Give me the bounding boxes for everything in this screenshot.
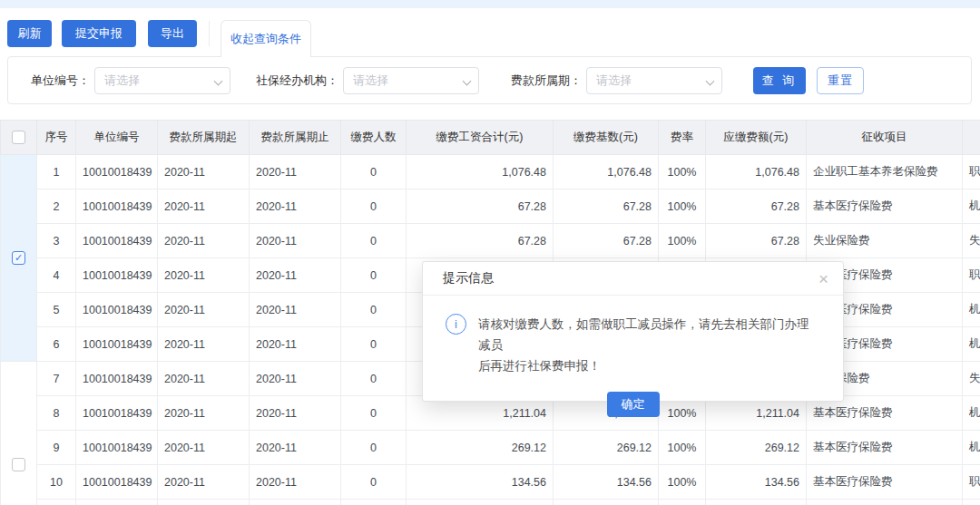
cell-item: 失业保险费 (807, 224, 963, 258)
close-icon[interactable]: × (818, 270, 828, 287)
cell-rate: 100% (659, 155, 706, 189)
cell-count: 0 (341, 224, 407, 258)
cell-count: 0 (341, 431, 407, 465)
cell-start: 2020-11 (158, 327, 250, 362)
cell-unit: 10010018439 (76, 362, 158, 396)
cell-end: 2020-11 (250, 327, 341, 362)
column-header: 征收项目 (807, 121, 963, 155)
table-row: 10100100184392020-112020-110134.56134.56… (1, 465, 980, 500)
unit-number-placeholder: 请选择 (104, 73, 140, 89)
cell-start: 2020-11 (158, 155, 250, 189)
cell-count (341, 500, 407, 505)
cell-no: 4 (37, 258, 76, 293)
cell-start: 2020-11 (158, 258, 250, 293)
cell-rate: 100% (659, 189, 706, 224)
cell-wage: 67.28 (407, 189, 554, 224)
cell-no: 3 (37, 224, 76, 258)
cell-amount: 269.12 (706, 431, 807, 465)
cell-no: 2 (37, 189, 76, 224)
cell-no: 1 (37, 155, 76, 189)
cell-count: 0 (341, 258, 407, 293)
cell-amount: 1,076.48 (706, 155, 807, 189)
top-strip (0, 0, 980, 8)
cell-base: 67.28 (554, 189, 659, 224)
cell-start: 2020-11 (158, 224, 250, 258)
cell-count: 0 (341, 293, 407, 327)
cell-unit: 10010018439 (76, 431, 158, 465)
cell-rate: 100% (659, 431, 706, 465)
cell-wage: 67.28 (407, 224, 554, 258)
cell-end: 2020-11 (250, 293, 341, 327)
cell-end: 2020-11 (250, 189, 341, 224)
row-group-checkbox[interactable]: ✓ (12, 251, 25, 265)
fee-period-label: 费款所属期： (511, 73, 582, 89)
column-header: 缴费工资合计(元) (407, 121, 554, 155)
fee-period-placeholder: 请选择 (596, 73, 632, 89)
cell-type: 职工 (963, 258, 980, 293)
cell-type: 职工 (963, 155, 980, 189)
cell-unit: 10010018439 (76, 396, 158, 431)
cell-no: 6 (37, 327, 76, 362)
toolbar-divider (209, 21, 210, 46)
toolbar: 刷新 提交申报 导出 收起查询条件 (7, 20, 311, 57)
cell-item (807, 500, 963, 505)
refresh-button[interactable]: 刷新 (7, 20, 52, 47)
fee-period-select[interactable]: 请选择 (586, 67, 722, 94)
select-all-checkbox[interactable] (12, 131, 25, 144)
cell-no: 10 (37, 465, 76, 500)
cell-type: 失业 (963, 362, 980, 396)
cell-type: 职工 (963, 465, 980, 500)
reset-button[interactable]: 重置 (817, 67, 864, 94)
cell-amount: 67.28 (706, 224, 807, 258)
cell-count: 0 (341, 327, 407, 362)
cell-type: 机关 (963, 293, 980, 327)
cell-base: 1,076.48 (554, 155, 659, 189)
cell-amount: 134.56 (706, 465, 807, 500)
prompt-modal: 提示信息 × i 请核对缴费人数，如需做职工减员操作，请先去相关部门办理减员 后… (422, 261, 844, 402)
cell-unit: 10010018439 (76, 224, 158, 258)
row-group-checkbox[interactable] (12, 458, 25, 471)
table-row: 3100100184392020-112020-11067.2867.28100… (1, 224, 980, 258)
cell-base: 67.28 (554, 224, 659, 258)
column-header (963, 121, 980, 155)
table-row: ✓1100100184392020-112020-1101,076.481,07… (1, 155, 980, 189)
cell-end: 2020-11 (250, 396, 341, 431)
query-button[interactable]: 查 询 (753, 67, 806, 94)
modal-message: 请核对缴费人数，如需做职工减员操作，请先去相关部门办理减员 后再进行社保费申报！ (478, 314, 818, 376)
column-header: 费款所属期止 (250, 121, 341, 155)
cell-unit: 10010018439 (76, 293, 158, 327)
cell-wage: 134.56 (407, 465, 554, 500)
unit-number-select[interactable]: 请选择 (94, 67, 230, 94)
cell-type (963, 500, 980, 505)
cell-end (250, 500, 341, 505)
cell-type: 机关 (963, 189, 980, 224)
column-header: 应缴费额(元) (706, 121, 807, 155)
submit-declaration-button[interactable]: 提交申报 (62, 20, 136, 47)
modal-footer: 确定 (423, 392, 843, 417)
cell-end: 2020-11 (250, 431, 341, 465)
column-header: 缴费基数(元) (554, 121, 659, 155)
export-button[interactable]: 导出 (148, 20, 197, 47)
cell-item: 基本医疗保险费 (807, 465, 963, 500)
cell-unit: 10010018439 (76, 258, 158, 293)
column-header: 序号 (37, 121, 76, 155)
cell-count: 0 (341, 189, 407, 224)
cell-count: 0 (341, 362, 407, 396)
cell-unit: 10010018439 (76, 327, 158, 362)
table-header-row: 序号单位编号费款所属期起费款所属期止缴费人数缴费工资合计(元)缴费基数(元)费率… (1, 121, 980, 155)
cell-start: 2020-11 (158, 396, 250, 431)
modal-body: i 请核对缴费人数，如需做职工减员操作，请先去相关部门办理减员 后再进行社保费申… (423, 296, 843, 376)
ok-button[interactable]: 确定 (607, 392, 660, 417)
cell-end: 2020-11 (250, 465, 341, 500)
cell-unit: 10010018439 (76, 465, 158, 500)
agency-select[interactable]: 请选择 (343, 67, 479, 94)
chevron-down-icon (463, 76, 472, 85)
cell-no: 7 (37, 362, 76, 396)
cell-start: 2020-11 (158, 431, 250, 465)
cell-base: 269.12 (554, 431, 659, 465)
info-icon: i (446, 314, 466, 335)
cell-item: 企业职工基本养老保险费 (807, 155, 963, 189)
cell-item: 基本医疗保险费 (807, 189, 963, 224)
cell-wage: 1,076.48 (407, 155, 554, 189)
tab-collapse-query[interactable]: 收起查询条件 (220, 20, 311, 57)
